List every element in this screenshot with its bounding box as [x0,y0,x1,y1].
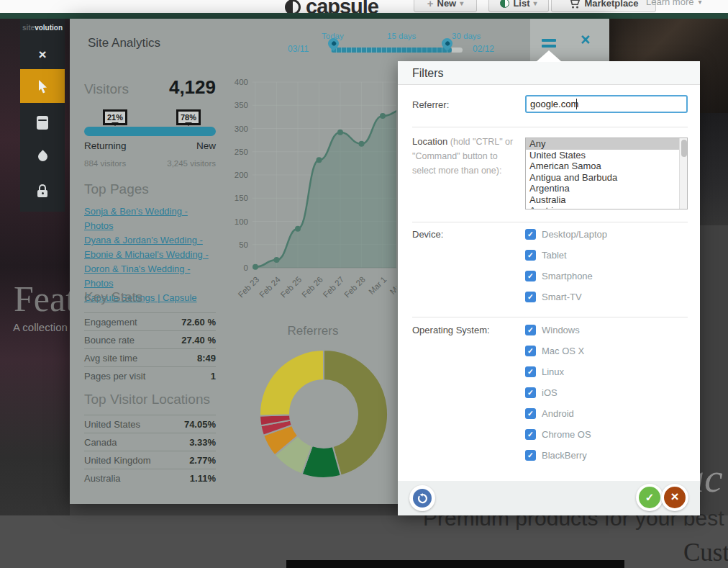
checkbox[interactable]: ✓ [525,387,536,398]
stat-row: Avg site time 8:49 [84,348,216,366]
checkbox[interactable]: ✓ [525,271,536,281]
svg-text:250: 250 [235,148,248,156]
location-label: Canada [84,437,117,451]
checkbox[interactable]: ✓ [525,408,536,419]
os-option-chrome-os: ✓ Chrome OS [525,429,591,440]
visitors-header: Visitors 4,129 [84,76,216,99]
list-button[interactable]: List ▾ [488,0,549,12]
location-option[interactable]: Australia [526,194,687,206]
close-icon: × [581,30,590,49]
check-icon: ✓ [525,346,536,356]
featured-heading: Feat [14,278,76,320]
location-option[interactable]: United States [526,150,687,161]
filters-menu-button[interactable] [542,39,556,50]
location-option-any[interactable]: Any [526,138,687,150]
device-option-tablet: ✓ Tablet [525,250,567,261]
checkbox[interactable]: ✓ [525,429,536,440]
svg-text:Feb 23: Feb 23 [237,275,261,299]
refresh-icon [413,489,432,508]
sidebar-logo-suffix: volution [35,24,63,32]
svg-text:0: 0 [244,263,248,272]
checkbox[interactable]: ✓ [525,229,536,240]
custom-text: Custo [683,538,728,567]
device-option-smart-tv: ✓ Smart-TV [525,292,582,302]
svg-text:400: 400 [235,78,248,86]
learn-more-link[interactable]: Learn more ▾ [646,0,702,7]
caret-down-icon: ▾ [698,0,701,6]
svg-text:Feb 26: Feb 26 [300,275,324,299]
checkbox[interactable]: ✓ [525,346,536,356]
sidebar-logo-prefix: site [22,24,35,32]
location-field-label: Location (hold "CTRL" or "Command" butto… [412,135,522,178]
checkbox[interactable]: ✓ [525,292,536,302]
slider-end-date: 02/12 [473,44,494,54]
os-option-ios: ✓ iOS [525,387,558,398]
top-page-link[interactable]: Dyana & Jordan's Wedding - [84,233,216,248]
screen: capsule + New ▾ List ▾ Marketplace Learn… [0,0,728,568]
reset-button[interactable] [409,485,435,511]
svg-text:300: 300 [235,125,248,133]
visitor-type-labels: Returning New [84,140,216,151]
location-row: United Kingdom 2.77% [84,451,216,469]
location-option[interactable]: Antigua and Barbuda [526,172,687,184]
svg-text:Feb 27: Feb 27 [322,275,346,299]
svg-text:350: 350 [235,101,248,109]
checkbox-label: Windows [542,325,580,335]
svg-text:50: 50 [239,240,248,249]
sidebar-item-lock[interactable] [20,174,65,207]
new-button[interactable]: + New ▾ [414,0,477,12]
sidebar-item-close[interactable]: × [20,40,65,69]
os-label: Operating System: [412,325,490,335]
checkbox[interactable]: ✓ [525,325,536,335]
divider [412,317,688,317]
top-page-link[interactable]: Sonja & Ben's Wedding - Photos [84,204,216,233]
top-page-link[interactable]: Ebonie & Michael's Wedding - [84,248,216,262]
cancel-button[interactable]: × [661,484,688,511]
close-icon: × [38,47,46,63]
referrers-donut-chart [257,347,391,481]
checkbox-label: Smart-TV [542,292,582,302]
marketplace-button[interactable]: Marketplace [551,0,656,12]
apply-button[interactable]: ✓ [636,484,663,511]
new-pct-tooltip: 78% [176,109,201,125]
listbox-scrollbar[interactable] [679,138,687,209]
checkbox-label: Smartphone [542,271,593,281]
divider [412,127,688,127]
svg-text:200: 200 [235,171,248,179]
check-icon: ✓ [525,387,536,398]
checkbox-label: BlackBerry [542,450,587,461]
checkbox[interactable]: ✓ [525,366,536,377]
checkbox-label: Chrome OS [542,429,591,440]
stat-value: 8:49 [197,353,216,366]
location-listbox[interactable]: Any United States American Samoa Antigua… [525,138,688,209]
check-icon: ✓ [525,229,536,240]
capsule-logo[interactable]: capsule [285,0,378,13]
sidebar-item-cursor[interactable] [20,69,65,103]
referrer-label: Referrer: [412,99,449,110]
svg-text:150: 150 [235,194,248,202]
os-option-android: ✓ Android [525,408,574,419]
learn-more-label: Learn more [646,0,693,7]
drop-icon [36,150,49,163]
checkbox[interactable]: ✓ [525,250,536,261]
page-title: Site Analytics [88,36,160,50]
visitor-type-counts: 884 visitors 3,245 visitors [84,159,216,168]
location-option[interactable]: American Samoa [526,161,687,172]
location-row: United States 74.05% [84,415,216,433]
filters-title: Filters [398,61,700,85]
checkbox-label: Mac OS X [542,346,584,356]
top-page-link[interactable]: Doron & Tina's Wedding - Photos [84,262,216,291]
check-icon: ✓ [525,250,536,261]
stat-value: 27.40 % [181,335,216,348]
scrollbar-thumb[interactable] [681,140,687,157]
referrers-title: Referrers [229,324,396,338]
date-range-track[interactable] [331,48,452,53]
checkbox[interactable]: ✓ [525,450,536,461]
sidebar-item-archive[interactable] [20,107,65,138]
os-option-blackberry: ✓ BlackBerry [525,450,587,461]
location-option[interactable]: Austria [526,205,687,209]
location-option[interactable]: Argentina [526,183,687,194]
referrer-input[interactable] [525,95,688,113]
modal-close-button[interactable]: × [581,30,590,50]
sidebar-item-drop[interactable] [20,141,65,171]
